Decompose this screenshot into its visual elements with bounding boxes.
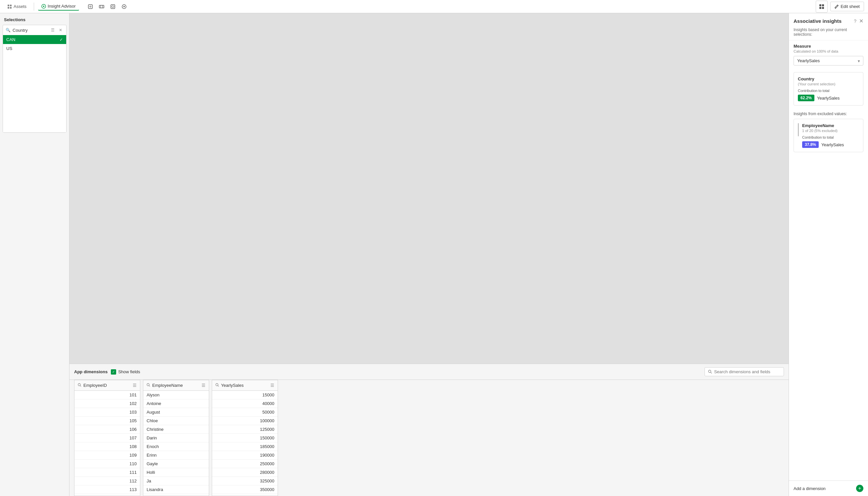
table-row[interactable]: 106	[75, 425, 140, 434]
tool-icon-4[interactable]	[120, 2, 129, 11]
filter-box-header: 🔍 Country ☰ ✕	[3, 25, 66, 35]
help-icon[interactable]: ?	[854, 18, 856, 24]
table-row[interactable]: 109	[75, 451, 140, 460]
table-row[interactable]: 400000	[212, 494, 278, 496]
table-row[interactable]: 185000	[212, 443, 278, 451]
insight-advisor-icon	[41, 4, 46, 9]
svg-rect-8	[99, 5, 104, 8]
center-canvas	[69, 13, 789, 363]
close-icon[interactable]: ✕	[859, 18, 863, 24]
add-dimension-row: Add a dimension +	[789, 480, 868, 496]
table-row[interactable]: 15000	[212, 391, 278, 399]
table-row[interactable]: Antoine	[143, 399, 209, 408]
excluded-contribution-field: YearlySales	[821, 142, 844, 147]
table-row[interactable]: 190000	[212, 451, 278, 460]
data-col-header: EmployeeID☰	[75, 380, 140, 391]
table-row[interactable]: Mariam	[143, 494, 209, 496]
measure-section: Measure Calculated on 100% of data Yearl…	[789, 40, 868, 69]
svg-rect-3	[10, 7, 12, 9]
table-row[interactable]: 350000	[212, 485, 278, 494]
filter-search-icon: 🔍	[6, 28, 11, 32]
table-row[interactable]: Christine	[143, 425, 209, 434]
excluded-contribution-label: Contribution to total	[802, 135, 859, 139]
main-layout: Selections 🔍 Country ☰ ✕ CAN✓US App dime…	[0, 13, 868, 496]
filter-item[interactable]: CAN✓	[3, 35, 66, 44]
assets-label: Assets	[14, 4, 27, 9]
insights-excluded-label: Insights from excluded values:	[789, 109, 868, 118]
table-row[interactable]: Gayle	[143, 460, 209, 468]
table-row[interactable]: 125000	[212, 425, 278, 434]
svg-point-22	[78, 384, 80, 386]
bottom-bar-header: App dimensions ✓ Show fields	[69, 364, 789, 380]
svg-rect-18	[822, 7, 824, 9]
topbar-divider	[34, 3, 34, 11]
insight-advisor-label: Insight Advisor	[48, 4, 76, 9]
table-row[interactable]: 101	[75, 391, 140, 399]
measure-sublabel: Calculated on 100% of data	[793, 49, 863, 53]
table-row[interactable]: August	[143, 408, 209, 417]
table-row[interactable]: Holli	[143, 468, 209, 477]
bottom-bar: App dimensions ✓ Show fields EmployeeID☰…	[69, 363, 789, 496]
right-panel: Associative insights ? ✕ Insights based …	[789, 13, 868, 496]
table-row[interactable]: Erinn	[143, 451, 209, 460]
table-row[interactable]: 110	[75, 460, 140, 468]
filter-list-icon[interactable]: ☰	[50, 27, 56, 33]
center-area: App dimensions ✓ Show fields EmployeeID☰…	[69, 13, 789, 496]
table-row[interactable]: 107	[75, 434, 140, 443]
svg-point-26	[216, 384, 218, 386]
grid-view-button[interactable]	[816, 1, 827, 13]
svg-rect-1	[10, 5, 12, 6]
current-selection-card: Country (Your current selection) Contrib…	[793, 72, 863, 106]
svg-rect-0	[7, 5, 9, 6]
table-row[interactable]: 105	[75, 417, 140, 425]
table-row[interactable]: 150000	[212, 434, 278, 443]
left-panel: Selections 🔍 Country ☰ ✕ CAN✓US	[0, 13, 69, 496]
table-row[interactable]: 114	[75, 494, 140, 496]
filter-clear-icon[interactable]: ✕	[58, 27, 64, 33]
edit-sheet-label: Edit sheet	[840, 4, 860, 9]
insight-advisor-tab[interactable]: Insight Advisor	[38, 2, 79, 11]
table-row[interactable]: Enoch	[143, 443, 209, 451]
table-row[interactable]: 111	[75, 468, 140, 477]
tool-icon-1[interactable]	[86, 2, 95, 11]
data-col-header: YearlySales☰	[212, 380, 278, 391]
table-row[interactable]: 50000	[212, 408, 278, 417]
table-row[interactable]: 108	[75, 443, 140, 451]
table-row[interactable]: 113	[75, 485, 140, 494]
show-fields-toggle[interactable]: ✓ Show fields	[111, 369, 140, 375]
add-dimension-button[interactable]: +	[856, 485, 863, 492]
col-menu-icon[interactable]: ☰	[133, 383, 137, 388]
table-row[interactable]: Chloe	[143, 417, 209, 425]
filter-item[interactable]: US	[3, 44, 66, 53]
tool-icon-2[interactable]	[97, 2, 106, 11]
table-row[interactable]: Alyson	[143, 391, 209, 399]
measure-select[interactable]: YearlySales	[793, 56, 863, 65]
table-row[interactable]: 280000	[212, 468, 278, 477]
table-row[interactable]: 250000	[212, 460, 278, 468]
table-row[interactable]: 40000	[212, 399, 278, 408]
col-menu-icon[interactable]: ☰	[270, 383, 274, 388]
table-row[interactable]: 112	[75, 477, 140, 485]
svg-point-14	[123, 6, 125, 7]
search-input[interactable]	[714, 369, 780, 374]
table-row[interactable]: 103	[75, 408, 140, 417]
contribution-bar-row: 62.2% YearlySales	[798, 95, 859, 101]
right-panel-title: Associative insights	[793, 18, 854, 24]
excluded-contribution-row: 37.8% YearlySales	[802, 141, 859, 148]
svg-rect-16	[822, 4, 824, 6]
right-panel-subtitle: Insights based on your current selection…	[789, 26, 868, 40]
table-row[interactable]: 100000	[212, 417, 278, 425]
show-fields-checkbox[interactable]: ✓	[111, 369, 116, 375]
table-row[interactable]: Ja	[143, 477, 209, 485]
table-row[interactable]: Darin	[143, 434, 209, 443]
table-row[interactable]: 325000	[212, 477, 278, 485]
edit-sheet-button[interactable]: Edit sheet	[830, 2, 864, 11]
excluded-card-subtitle: 1 of 20 (5% excluded)	[802, 129, 859, 133]
excluded-bar	[798, 123, 799, 136]
tool-icon-3[interactable]	[108, 2, 118, 11]
range-icon	[99, 4, 104, 9]
table-row[interactable]: 102	[75, 399, 140, 408]
col-menu-icon[interactable]: ☰	[202, 383, 205, 388]
assets-tab[interactable]: Assets	[4, 3, 30, 10]
table-row[interactable]: Lisandra	[143, 485, 209, 494]
